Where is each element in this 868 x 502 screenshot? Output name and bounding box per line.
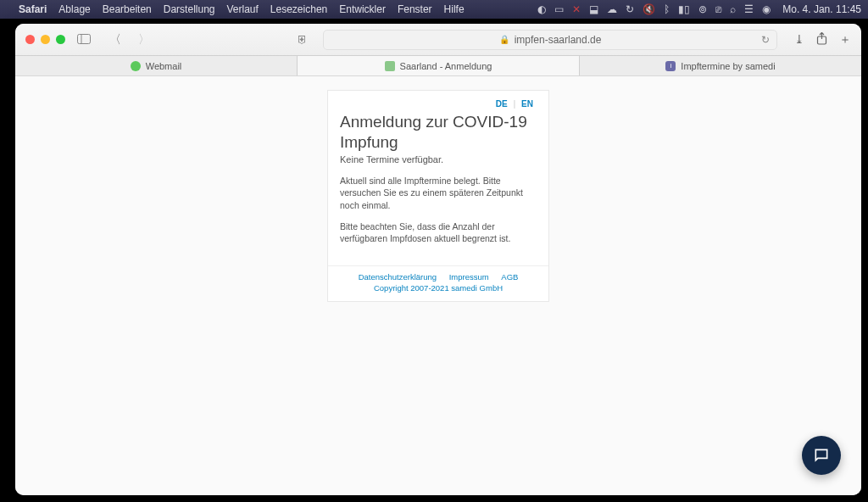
footer-imprint-link[interactable]: Impressum [449,272,489,282]
app-name[interactable]: Safari [19,3,47,15]
creative-cloud-icon[interactable]: ◐ [537,3,546,15]
chat-icon [813,447,830,464]
favicon-saarland [385,61,395,71]
downloads-icon[interactable]: ⤓ [794,32,804,47]
address-bar[interactable]: 🔒 impfen-saarland.de ↻ [323,30,777,50]
mute-icon[interactable]: 🔇 [643,3,655,15]
tab-label: Webmail [146,61,182,71]
new-tab-button[interactable]: ＋ [839,32,851,47]
footer-privacy-link[interactable]: Datenschutzerklärung [359,272,437,282]
spotlight-icon[interactable]: ⌕ [730,3,736,15]
app-icon[interactable]: ✕ [572,3,581,15]
menu-bearbeiten[interactable]: Bearbeiten [103,3,152,15]
control-center-icon[interactable]: ☰ [744,3,754,15]
menubar-right: ◐ ▭ ✕ ⬓ ☁ ↻ 🔇 ᛒ ▮▯ ⊚ ⎚ ⌕ ☰ ◉ Mo. 4. Jan.… [537,3,861,15]
fullscreen-window-button[interactable] [56,35,65,44]
body-paragraph-2: Bitte beachten Sie, dass die Anzahl der … [340,220,537,245]
card-footer: Datenschutzerklärung Impressum AGB Copyr… [328,265,548,301]
siri-icon[interactable]: ◉ [762,3,771,15]
back-button[interactable]: 〈 [106,31,125,49]
lang-en-link[interactable]: EN [518,99,537,109]
nav-buttons: 〈 〉 [106,31,153,49]
dropbox-icon[interactable]: ⬓ [589,3,598,15]
footer-agb-link[interactable]: AGB [501,272,518,282]
address-text: impfen-saarland.de [515,34,602,46]
tab-label: Saarland - Anmeldung [400,61,492,71]
menubar-left: Safari Ablage Bearbeiten Darstellung Ver… [7,3,465,15]
tv-icon[interactable]: ▭ [554,3,564,15]
page-viewport: DE | EN Anmeldung zur COVID-19 Impfung K… [15,76,861,495]
menu-ablage[interactable]: Ablage [58,3,90,15]
menu-hilfe[interactable]: Hilfe [444,3,465,15]
close-window-button[interactable] [25,35,35,44]
tab-label: Impftermine by samedi [681,61,775,71]
macos-menubar: Safari Ablage Bearbeiten Darstellung Ver… [0,0,868,19]
body-paragraph-1: Aktuell sind alle Impftermine belegt. Bi… [340,175,537,212]
safari-window: 〈 〉 ⛨ 🔒 impfen-saarland.de ↻ ⤓ ＋ Webmail… [15,24,861,495]
sidebar-toggle-icon[interactable] [74,31,94,48]
share-icon[interactable] [816,32,827,47]
reload-icon[interactable]: ↻ [761,34,770,46]
lang-de-link[interactable]: DE [492,99,511,109]
language-switch: DE | EN [328,91,548,109]
card-body: Anmeldung zur COVID-19 Impfung Keine Ter… [328,109,548,265]
wifi-icon[interactable]: ⊚ [698,3,707,15]
footer-copyright-link[interactable]: Copyright 2007-2021 samedi GmbH [374,283,503,293]
minimize-window-button[interactable] [41,35,50,44]
tab-webmail[interactable]: Webmail [15,56,298,75]
menu-darstellung[interactable]: Darstellung [164,3,215,15]
bluetooth-icon[interactable]: ᛒ [664,3,670,15]
toolbar-right: ⤓ ＋ [794,32,851,47]
page-title: Anmeldung zur COVID-19 Impfung [340,112,537,153]
cloud-icon[interactable]: ☁ [607,3,617,15]
menu-verlauf[interactable]: Verlauf [226,3,258,15]
sync-icon[interactable]: ↻ [626,3,634,15]
safari-toolbar: 〈 〉 ⛨ 🔒 impfen-saarland.de ↻ ⤓ ＋ [15,24,861,56]
svg-rect-0 [78,34,91,43]
clock[interactable]: Mo. 4. Jan. 11:45 [782,3,861,15]
favicon-webmail [131,61,141,71]
favicon-samedi: i [665,61,676,71]
lang-separator: | [514,99,516,109]
page-subtitle: Keine Termine verfügbar. [340,154,537,165]
menu-entwickler[interactable]: Entwickler [339,3,386,15]
battery-icon[interactable]: ▮▯ [678,3,690,15]
airplay-icon[interactable]: ⎚ [715,3,721,15]
traffic-lights [25,35,65,44]
chat-button[interactable] [802,436,841,475]
menu-fenster[interactable]: Fenster [398,3,432,15]
tab-saarland[interactable]: Saarland - Anmeldung [298,56,580,75]
menu-lesezeichen[interactable]: Lesezeichen [270,3,327,15]
content-card: DE | EN Anmeldung zur COVID-19 Impfung K… [327,90,549,302]
forward-button[interactable]: 〉 [135,31,153,49]
safari-tabs: Webmail Saarland - Anmeldung i Impftermi… [15,56,861,76]
lock-icon: 🔒 [499,35,509,44]
privacy-shield-icon[interactable]: ⛨ [297,33,308,46]
tab-samedi[interactable]: i Impftermine by samedi [580,56,861,75]
